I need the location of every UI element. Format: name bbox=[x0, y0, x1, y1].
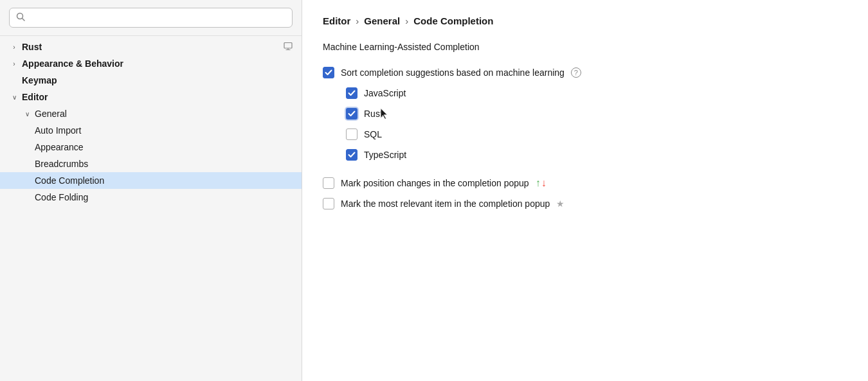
option-label-rust: Rust bbox=[364, 109, 383, 119]
settings-sidebar: › Rust › Appearance & Behavior › Keymap … bbox=[0, 0, 302, 381]
sidebar-item-code-folding[interactable]: Code Folding bbox=[0, 189, 302, 206]
sidebar-item-label: Code Folding bbox=[35, 192, 88, 202]
checkbox-typescript[interactable] bbox=[346, 149, 357, 161]
breadcrumb-general: General bbox=[364, 15, 400, 26]
option-ml-sort: Sort completion suggestions based on mac… bbox=[323, 62, 847, 83]
checkbox-mark-position[interactable] bbox=[323, 177, 334, 189]
chevron-down-icon: ∨ bbox=[22, 109, 32, 119]
main-content: Editor › General › Code Completion Machi… bbox=[302, 0, 868, 381]
svg-line-1 bbox=[23, 19, 25, 21]
option-label-ml-sort: Sort completion suggestions based on mac… bbox=[341, 67, 565, 78]
divider-space bbox=[323, 165, 847, 173]
chevron-right-icon: › bbox=[9, 42, 19, 52]
sidebar-item-label: General bbox=[35, 109, 67, 119]
checkbox-mark-relevant[interactable] bbox=[323, 198, 334, 209]
sidebar-item-rust[interactable]: › Rust bbox=[0, 39, 302, 55]
chevron-down-icon: ∨ bbox=[9, 92, 19, 102]
monitor-icon bbox=[284, 42, 293, 52]
sidebar-item-label: Breadcrumbs bbox=[35, 159, 88, 169]
svg-rect-2 bbox=[284, 42, 292, 48]
arrow-up-icon: ↑ bbox=[536, 177, 541, 189]
section-title: Machine Learning-Assisted Completion bbox=[323, 42, 847, 52]
option-label-javascript: JavaScript bbox=[364, 88, 406, 98]
sidebar-item-keymap[interactable]: › Keymap bbox=[0, 72, 302, 89]
sidebar-item-label: Auto Import bbox=[35, 125, 81, 136]
sidebar-item-label: Appearance & Behavior bbox=[22, 58, 123, 69]
checkbox-javascript[interactable] bbox=[346, 87, 357, 99]
checkbox-ml-sort[interactable] bbox=[323, 67, 334, 78]
sidebar-item-label: Appearance bbox=[35, 142, 84, 152]
checkbox-rust[interactable] bbox=[346, 108, 357, 120]
sidebar-item-appearance-behavior[interactable]: › Appearance & Behavior bbox=[0, 55, 302, 72]
help-icon[interactable]: ? bbox=[571, 67, 581, 78]
breadcrumb-sep-2: › bbox=[405, 15, 408, 26]
nav-tree: › Rust › Appearance & Behavior › Keymap … bbox=[0, 36, 302, 381]
breadcrumb-sep-1: › bbox=[356, 15, 359, 26]
sidebar-item-label: Code Completion bbox=[35, 175, 104, 186]
search-icon bbox=[16, 12, 25, 23]
search-bar bbox=[0, 0, 302, 36]
sidebar-item-breadcrumbs[interactable]: Breadcrumbs bbox=[0, 155, 302, 172]
checkbox-sql[interactable] bbox=[346, 128, 357, 140]
option-label-typescript: TypeScript bbox=[364, 150, 406, 160]
star-icon: ★ bbox=[556, 199, 565, 209]
search-input[interactable] bbox=[29, 13, 285, 23]
option-rust: Rust bbox=[323, 103, 847, 124]
option-label-sql: SQL bbox=[364, 129, 382, 139]
sidebar-item-appearance[interactable]: Appearance bbox=[0, 139, 302, 155]
sidebar-item-general[interactable]: ∨ General bbox=[0, 105, 302, 122]
breadcrumb: Editor › General › Code Completion bbox=[323, 15, 847, 26]
chevron-right-icon: › bbox=[9, 58, 19, 69]
breadcrumb-code-completion: Code Completion bbox=[413, 15, 493, 26]
option-mark-position: Mark position changes in the completion … bbox=[323, 173, 847, 193]
sidebar-item-label: Keymap bbox=[22, 75, 57, 85]
option-sql: SQL bbox=[323, 124, 847, 145]
sidebar-item-editor[interactable]: ∨ Editor bbox=[0, 89, 302, 105]
option-javascript: JavaScript bbox=[323, 83, 847, 103]
arrow-down-icon: ↓ bbox=[541, 177, 547, 189]
search-input-wrapper[interactable] bbox=[9, 8, 293, 28]
option-label-mark-relevant: Mark the most relevant item in the compl… bbox=[341, 199, 550, 209]
sidebar-item-code-completion[interactable]: Code Completion bbox=[0, 172, 302, 189]
breadcrumb-editor: Editor bbox=[323, 15, 350, 26]
sidebar-item-auto-import[interactable]: Auto Import bbox=[0, 122, 302, 139]
sidebar-item-label: Editor bbox=[22, 92, 48, 102]
options-list: Sort completion suggestions based on mac… bbox=[323, 62, 847, 214]
arrows-icon: ↑↓ bbox=[536, 177, 547, 189]
sidebar-item-label: Rust bbox=[22, 42, 42, 52]
option-typescript: TypeScript bbox=[323, 145, 847, 165]
option-label-mark-position: Mark position changes in the completion … bbox=[341, 178, 529, 188]
option-mark-relevant: Mark the most relevant item in the compl… bbox=[323, 193, 847, 214]
